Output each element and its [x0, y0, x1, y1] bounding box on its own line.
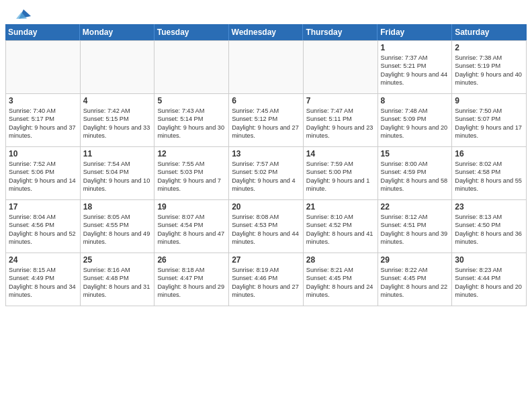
calendar-cell: 6Sunrise: 7:45 AM Sunset: 5:12 PM Daylig…	[229, 94, 304, 146]
day-info: Sunrise: 8:02 AM Sunset: 4:58 PM Dayligh…	[455, 160, 523, 193]
header	[0, 0, 532, 24]
day-info: Sunrise: 7:54 AM Sunset: 5:04 PM Dayligh…	[83, 160, 152, 193]
day-info: Sunrise: 8:15 AM Sunset: 4:49 PM Dayligh…	[9, 266, 77, 300]
day-info: Sunrise: 8:23 AM Sunset: 4:44 PM Dayligh…	[455, 266, 523, 300]
calendar-cell: 14Sunrise: 7:59 AM Sunset: 5:00 PM Dayli…	[304, 147, 378, 199]
day-info: Sunrise: 8:22 AM Sunset: 4:45 PM Dayligh…	[381, 266, 449, 300]
day-info: Sunrise: 7:50 AM Sunset: 5:07 PM Dayligh…	[455, 107, 523, 140]
weekday-header-friday: Friday	[378, 24, 452, 40]
calendar-cell	[229, 41, 304, 93]
calendar-cell	[154, 41, 229, 93]
day-number: 18	[83, 202, 152, 212]
day-number: 4	[83, 96, 152, 105]
day-info: Sunrise: 7:37 AM Sunset: 5:21 PM Dayligh…	[381, 54, 449, 87]
calendar: SundayMondayTuesdayWednesdayThursdayFrid…	[0, 24, 532, 312]
weekday-header-sunday: Sunday	[5, 24, 80, 40]
day-info: Sunrise: 7:47 AM Sunset: 5:11 PM Dayligh…	[306, 107, 375, 140]
day-number: 2	[455, 43, 523, 52]
logo-icon	[16, 7, 31, 21]
day-number: 28	[306, 255, 375, 265]
calendar-cell	[304, 41, 378, 93]
calendar-cell: 7Sunrise: 7:47 AM Sunset: 5:11 PM Daylig…	[304, 94, 378, 146]
day-info: Sunrise: 8:08 AM Sunset: 4:53 PM Dayligh…	[232, 213, 300, 246]
day-info: Sunrise: 8:10 AM Sunset: 4:52 PM Dayligh…	[306, 213, 375, 246]
calendar-body: 1Sunrise: 7:37 AM Sunset: 5:21 PM Daylig…	[5, 40, 527, 306]
day-info: Sunrise: 8:18 AM Sunset: 4:47 PM Dayligh…	[157, 266, 226, 300]
calendar-cell: 9Sunrise: 7:50 AM Sunset: 5:07 PM Daylig…	[452, 94, 527, 146]
calendar-cell: 30Sunrise: 8:23 AM Sunset: 4:44 PM Dayli…	[452, 253, 527, 306]
calendar-row: 17Sunrise: 8:04 AM Sunset: 4:56 PM Dayli…	[6, 200, 527, 253]
day-info: Sunrise: 7:55 AM Sunset: 5:03 PM Dayligh…	[157, 160, 226, 193]
day-number: 27	[232, 255, 300, 265]
calendar-cell: 20Sunrise: 8:08 AM Sunset: 4:53 PM Dayli…	[229, 200, 304, 253]
weekday-header-wednesday: Wednesday	[229, 24, 304, 40]
calendar-cell: 26Sunrise: 8:18 AM Sunset: 4:47 PM Dayli…	[154, 253, 229, 306]
day-number: 1	[381, 43, 449, 52]
day-info: Sunrise: 7:43 AM Sunset: 5:14 PM Dayligh…	[157, 107, 226, 140]
day-number: 25	[83, 255, 152, 265]
day-number: 24	[9, 255, 77, 265]
day-info: Sunrise: 7:59 AM Sunset: 5:00 PM Dayligh…	[306, 160, 375, 193]
day-number: 21	[306, 202, 375, 212]
calendar-row: 24Sunrise: 8:15 AM Sunset: 4:49 PM Dayli…	[6, 253, 527, 306]
page-wrapper: SundayMondayTuesdayWednesdayThursdayFrid…	[0, 0, 532, 312]
calendar-row: 3Sunrise: 7:40 AM Sunset: 5:17 PM Daylig…	[6, 94, 527, 147]
calendar-cell: 17Sunrise: 8:04 AM Sunset: 4:56 PM Dayli…	[6, 200, 81, 253]
calendar-row: 10Sunrise: 7:52 AM Sunset: 5:06 PM Dayli…	[6, 147, 527, 200]
day-info: Sunrise: 8:21 AM Sunset: 4:45 PM Dayligh…	[306, 266, 375, 300]
calendar-cell: 5Sunrise: 7:43 AM Sunset: 5:14 PM Daylig…	[154, 94, 229, 146]
calendar-cell: 2Sunrise: 7:38 AM Sunset: 5:19 PM Daylig…	[452, 41, 527, 93]
day-number: 19	[157, 202, 226, 212]
calendar-cell: 24Sunrise: 8:15 AM Sunset: 4:49 PM Dayli…	[6, 253, 81, 306]
calendar-cell: 18Sunrise: 8:05 AM Sunset: 4:55 PM Dayli…	[81, 200, 155, 253]
day-number: 7	[306, 96, 375, 105]
day-info: Sunrise: 8:16 AM Sunset: 4:48 PM Dayligh…	[83, 266, 152, 300]
day-number: 16	[455, 149, 523, 158]
day-number: 5	[157, 96, 226, 105]
day-number: 6	[232, 96, 300, 105]
day-info: Sunrise: 8:04 AM Sunset: 4:56 PM Dayligh…	[9, 213, 77, 246]
calendar-cell: 22Sunrise: 8:12 AM Sunset: 4:51 PM Dayli…	[378, 200, 453, 253]
calendar-cell: 10Sunrise: 7:52 AM Sunset: 5:06 PM Dayli…	[6, 147, 81, 199]
calendar-cell: 27Sunrise: 8:19 AM Sunset: 4:46 PM Dayli…	[229, 253, 304, 306]
day-number: 3	[9, 96, 77, 105]
day-number: 30	[455, 255, 523, 265]
day-number: 12	[157, 149, 226, 158]
day-info: Sunrise: 7:52 AM Sunset: 5:06 PM Dayligh…	[9, 160, 77, 193]
calendar-cell: 25Sunrise: 8:16 AM Sunset: 4:48 PM Dayli…	[81, 253, 155, 306]
day-info: Sunrise: 8:12 AM Sunset: 4:51 PM Dayligh…	[381, 213, 449, 246]
day-number: 11	[83, 149, 152, 158]
calendar-cell: 21Sunrise: 8:10 AM Sunset: 4:52 PM Dayli…	[304, 200, 378, 253]
day-number: 9	[455, 96, 523, 105]
day-number: 10	[9, 149, 77, 158]
day-number: 29	[381, 255, 449, 265]
day-info: Sunrise: 7:40 AM Sunset: 5:17 PM Dayligh…	[9, 107, 77, 140]
calendar-cell: 11Sunrise: 7:54 AM Sunset: 5:04 PM Dayli…	[81, 147, 155, 199]
day-number: 23	[455, 202, 523, 212]
day-info: Sunrise: 8:00 AM Sunset: 4:59 PM Dayligh…	[381, 160, 449, 193]
day-number: 26	[157, 255, 226, 265]
day-info: Sunrise: 7:42 AM Sunset: 5:15 PM Dayligh…	[83, 107, 152, 140]
weekday-header-saturday: Saturday	[452, 24, 527, 40]
calendar-header: SundayMondayTuesdayWednesdayThursdayFrid…	[5, 24, 527, 40]
weekday-header-thursday: Thursday	[303, 24, 378, 40]
calendar-cell: 12Sunrise: 7:55 AM Sunset: 5:03 PM Dayli…	[154, 147, 229, 199]
day-number: 13	[232, 149, 300, 158]
day-info: Sunrise: 8:19 AM Sunset: 4:46 PM Dayligh…	[232, 266, 300, 300]
day-info: Sunrise: 7:48 AM Sunset: 5:09 PM Dayligh…	[381, 107, 449, 140]
calendar-cell: 13Sunrise: 7:57 AM Sunset: 5:02 PM Dayli…	[229, 147, 304, 199]
day-info: Sunrise: 8:13 AM Sunset: 4:50 PM Dayligh…	[455, 213, 523, 246]
day-number: 8	[381, 96, 449, 105]
day-info: Sunrise: 7:57 AM Sunset: 5:02 PM Dayligh…	[232, 160, 300, 193]
calendar-cell: 15Sunrise: 8:00 AM Sunset: 4:59 PM Dayli…	[378, 147, 453, 199]
day-number: 17	[9, 202, 77, 212]
calendar-cell: 23Sunrise: 8:13 AM Sunset: 4:50 PM Dayli…	[452, 200, 527, 253]
calendar-cell: 29Sunrise: 8:22 AM Sunset: 4:45 PM Dayli…	[378, 253, 453, 306]
day-info: Sunrise: 7:38 AM Sunset: 5:19 PM Dayligh…	[455, 54, 523, 87]
calendar-cell: 8Sunrise: 7:48 AM Sunset: 5:09 PM Daylig…	[378, 94, 453, 146]
day-number: 22	[381, 202, 449, 212]
day-number: 14	[306, 149, 375, 158]
weekday-header-monday: Monday	[80, 24, 154, 40]
calendar-cell: 28Sunrise: 8:21 AM Sunset: 4:45 PM Dayli…	[304, 253, 378, 306]
day-info: Sunrise: 8:07 AM Sunset: 4:54 PM Dayligh…	[157, 213, 226, 246]
